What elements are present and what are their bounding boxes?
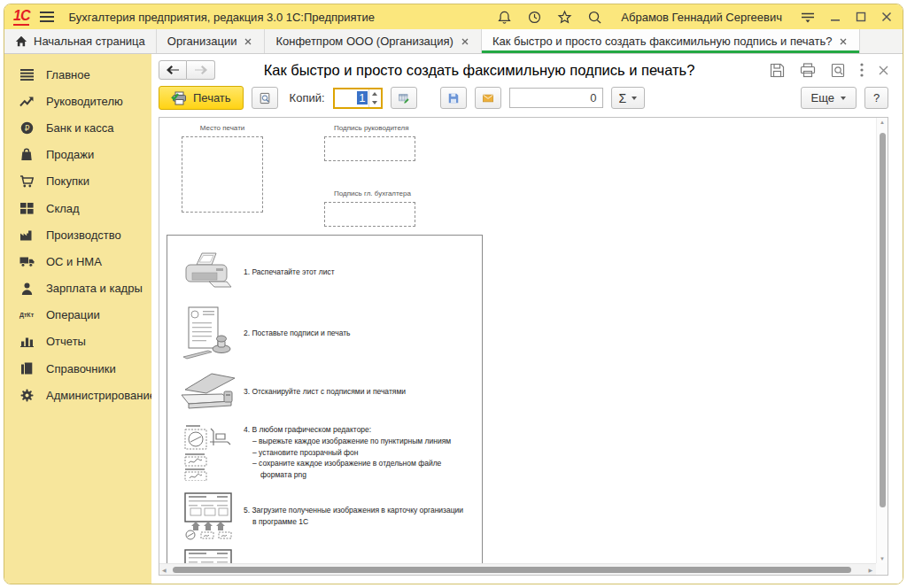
maximize-button[interactable] — [856, 12, 866, 22]
help-button[interactable]: ? — [864, 87, 888, 109]
instruction-step-2: 2. Поставьте подписи и печать — [173, 299, 477, 367]
printer-check-icon — [171, 91, 187, 105]
scroll-up-icon[interactable]: ▲ — [880, 120, 885, 125]
instruction-step-6: 6. Воспользуйтесь предварительным просмо… — [173, 544, 477, 563]
main-menu-icon[interactable] — [40, 12, 54, 22]
print-toolbar: Печать Копий: 1 — [151, 82, 903, 116]
save-document-button[interactable] — [440, 87, 467, 109]
search-icon[interactable] — [587, 10, 602, 25]
upload-to-card-illustration — [173, 492, 244, 540]
favorites-star-icon[interactable] — [557, 10, 572, 25]
ruble-circle-icon: ₽ — [19, 120, 35, 135]
sidebar-item-operations[interactable]: ДтКт Операции — [4, 302, 151, 329]
copies-value[interactable]: 1 — [335, 89, 368, 107]
tab-label: Организации — [167, 35, 237, 48]
horizontal-scrollbar-thumb[interactable] — [173, 567, 851, 573]
scroll-left-icon[interactable]: ◀ — [162, 567, 167, 573]
sidebar-item-label: Продажи — [46, 148, 94, 161]
sidebar-item-manager[interactable]: Руководителю — [4, 88, 151, 114]
tab-label: Как быстро и просто создать факсимильную… — [492, 35, 832, 48]
sign-and-stamp-illustration — [173, 306, 244, 360]
vertical-scrollbar[interactable]: ▲ ▼ — [876, 118, 888, 563]
shopping-bag-icon — [19, 148, 35, 162]
sidebar-item-bank-cash[interactable]: ₽ Банк и касса — [4, 114, 151, 141]
scroll-down-icon[interactable]: ▼ — [880, 556, 885, 561]
preview-icon[interactable] — [831, 63, 845, 78]
director-signature-block: Подпись руководителя — [324, 124, 415, 161]
director-signature-box — [324, 136, 415, 161]
sidebar-item-reports[interactable]: Отчеты — [4, 329, 151, 355]
trend-arrow-icon — [19, 94, 35, 108]
instruction-step-3: 3. Отсканируйте лист с подписями и печат… — [173, 367, 477, 416]
sidebar-item-purchases[interactable]: Покупки — [4, 168, 151, 195]
sidebar-item-label: Производство — [46, 228, 121, 242]
bar-chart-icon — [19, 335, 35, 349]
window-title: Бухгалтерия предприятия, редакция 3.0 1С… — [68, 11, 375, 24]
scroll-right-icon[interactable]: ▶ — [868, 567, 872, 573]
current-user-name[interactable]: Абрамов Геннадий Сергеевич — [621, 11, 782, 24]
section-panel: Главное Руководителю ₽ Банк и касса Прод… — [4, 54, 151, 584]
spinner-up-button[interactable] — [369, 89, 381, 98]
tab-close-icon[interactable] — [838, 36, 849, 47]
minimize-button[interactable] — [830, 12, 841, 22]
copies-label: Копий: — [290, 91, 325, 104]
notifications-bell-icon[interactable] — [497, 10, 512, 25]
sigma-dropdown-button[interactable]: Σ — [611, 87, 646, 109]
close-form-icon[interactable] — [879, 66, 888, 75]
sidebar-item-fixed-assets[interactable]: ОС и НМА — [4, 248, 151, 275]
facsimile-sheet: Место печати Подпись руководителя Подпис… — [159, 118, 876, 563]
nav-forward-button[interactable] — [187, 60, 215, 80]
graphic-editor-illustration — [173, 424, 244, 481]
sidebar-item-directories[interactable]: Справочники — [4, 355, 151, 382]
sidebar-item-production[interactable]: Производство — [4, 221, 151, 248]
close-window-button[interactable] — [881, 12, 892, 22]
print-icon[interactable] — [800, 63, 816, 78]
spinner-down-button[interactable] — [369, 98, 381, 107]
copies-field[interactable]: 1 — [333, 88, 383, 109]
save-icon[interactable] — [770, 63, 785, 78]
accountant-signature-block: Подпись гл. бухгалтера — [324, 190, 415, 227]
gear-icon — [19, 388, 35, 402]
sum-field[interactable]: 0 — [509, 88, 603, 108]
history-icon[interactable] — [527, 10, 542, 25]
sidebar-item-main[interactable]: Главное — [4, 61, 151, 88]
sidebar-item-sales[interactable]: Продажи — [4, 142, 151, 168]
more-actions-label: Еще — [811, 91, 834, 104]
printer-illustration — [173, 251, 244, 293]
horizontal-scrollbar[interactable]: ◀ ▶ — [159, 563, 876, 575]
app-window: 1С Бухгалтерия предприятия, редакция 3.0… — [4, 4, 903, 584]
instruction-step-1: 1. Распечатайте этот лист — [173, 244, 477, 299]
truck-icon — [19, 254, 35, 268]
tab-label: Начальная страница — [34, 35, 145, 48]
more-kebab-icon[interactable] — [860, 63, 864, 77]
sidebar-item-warehouse[interactable]: Склад — [4, 195, 151, 221]
tab-organizations[interactable]: Организации — [157, 29, 266, 53]
sidebar-item-administration[interactable]: Администрирование — [4, 382, 151, 408]
table-settings-button[interactable] — [391, 87, 417, 109]
tab-konfetprom-organization[interactable]: Конфетпром ООО (Организация) — [265, 29, 482, 53]
sidebar-item-label: Покупки — [46, 174, 89, 188]
nav-back-button[interactable] — [159, 60, 187, 80]
sigma-icon: Σ — [619, 91, 627, 105]
service-menu-icon[interactable] — [801, 11, 815, 23]
send-email-button[interactable] — [475, 87, 501, 109]
sidebar-item-label: Операции — [46, 308, 100, 321]
sidebar-item-label: ОС и НМА — [46, 255, 102, 268]
content-area: Как быстро и просто создать факсимильную… — [151, 54, 903, 584]
tab-close-icon[interactable] — [243, 36, 253, 47]
instruction-box: 1. Распечатайте этот лист 2. Поставьте п… — [167, 235, 483, 563]
more-actions-button[interactable]: Еще — [801, 87, 857, 109]
menu-lines-icon — [19, 67, 35, 81]
tab-facsimile-help[interactable]: Как быстро и просто создать факсимильную… — [482, 29, 860, 53]
sidebar-item-label: Главное — [46, 68, 90, 81]
print-preview-button[interactable] — [252, 87, 278, 109]
grid-blocks-icon — [19, 201, 35, 215]
tab-close-icon[interactable] — [460, 36, 470, 47]
vertical-scrollbar-thumb[interactable] — [880, 133, 886, 507]
tab-home[interactable]: Начальная страница — [4, 29, 157, 53]
print-button[interactable]: Печать — [159, 86, 244, 110]
shopping-cart-icon — [19, 174, 35, 189]
sidebar-item-label: Банк и касса — [46, 121, 114, 135]
sidebar-item-salary-hr[interactable]: Зарплата и кадры — [4, 275, 151, 302]
instruction-step-5: 5. Загрузите полученные изображения в ка… — [173, 489, 477, 544]
